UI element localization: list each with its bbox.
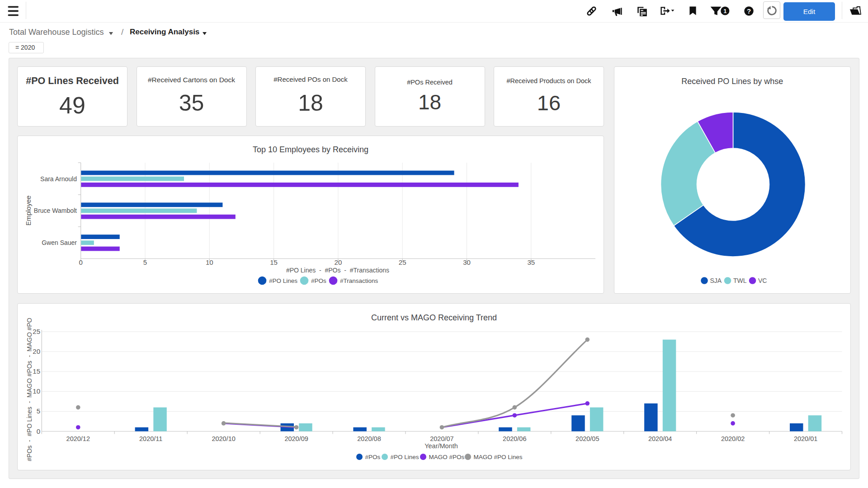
svg-text:5: 5: [143, 258, 147, 266]
svg-text:15: 15: [33, 367, 40, 375]
svg-text:#PO Lines: #PO Lines: [391, 454, 419, 460]
svg-text:Sara Arnould: Sara Arnould: [40, 175, 77, 183]
svg-text:10: 10: [33, 387, 40, 395]
svg-text:#Transactions: #Transactions: [340, 277, 378, 284]
svg-text:10: 10: [206, 258, 213, 266]
svg-text:2020/11: 2020/11: [139, 435, 162, 442]
svg-text:MAGO #PO Lines: MAGO #PO Lines: [474, 454, 523, 460]
svg-text:5: 5: [37, 407, 40, 415]
svg-text:0: 0: [79, 258, 83, 266]
svg-text:2020/08: 2020/08: [357, 435, 381, 442]
svg-text:2020/04: 2020/04: [648, 435, 672, 442]
svg-text:#POs - #PO Lines - MAGO #P: #POs - #PO Lines - MAGO #POs - MAGO #PO: [26, 318, 33, 461]
svg-text:#POs: #POs: [311, 277, 326, 284]
svg-text:2020/01: 2020/01: [794, 435, 817, 442]
svg-text:MAGO #POs: MAGO #POs: [429, 454, 465, 460]
svg-text:TWL: TWL: [733, 277, 747, 284]
svg-text:2020/06: 2020/06: [503, 435, 526, 442]
svg-text:30: 30: [463, 258, 471, 266]
svg-text:2020/12: 2020/12: [66, 435, 90, 442]
svg-text:2020/02: 2020/02: [721, 435, 745, 442]
svg-text:2020/09: 2020/09: [284, 435, 308, 442]
svg-text:?: ?: [747, 7, 751, 14]
svg-text:Gwen Sauer: Gwen Sauer: [42, 239, 77, 246]
svg-text:15: 15: [270, 258, 278, 266]
svg-text:2020/10: 2020/10: [212, 435, 235, 442]
svg-text:Bruce Wambolt: Bruce Wambolt: [34, 207, 77, 214]
svg-text:20: 20: [335, 258, 342, 266]
svg-text:SJA: SJA: [710, 277, 722, 284]
svg-text:25: 25: [33, 328, 40, 335]
svg-text:0: 0: [37, 427, 40, 435]
svg-text:35: 35: [527, 258, 535, 266]
svg-text:Year/Month: Year/Month: [425, 442, 458, 450]
svg-text:1: 1: [723, 8, 726, 14]
svg-text:#PO Lines: #PO Lines: [269, 277, 297, 284]
svg-text:Employee: Employee: [24, 196, 32, 226]
svg-text:20: 20: [33, 347, 40, 355]
svg-text:25: 25: [399, 258, 406, 266]
svg-text:2020/05: 2020/05: [576, 435, 599, 442]
svg-text:2020/07: 2020/07: [430, 435, 453, 442]
svg-text:VC: VC: [758, 277, 767, 284]
svg-text:#POs: #POs: [365, 454, 381, 460]
svg-text:#PO Lines - #POs - #Transa: #PO Lines - #POs - #Transactions: [286, 267, 389, 274]
